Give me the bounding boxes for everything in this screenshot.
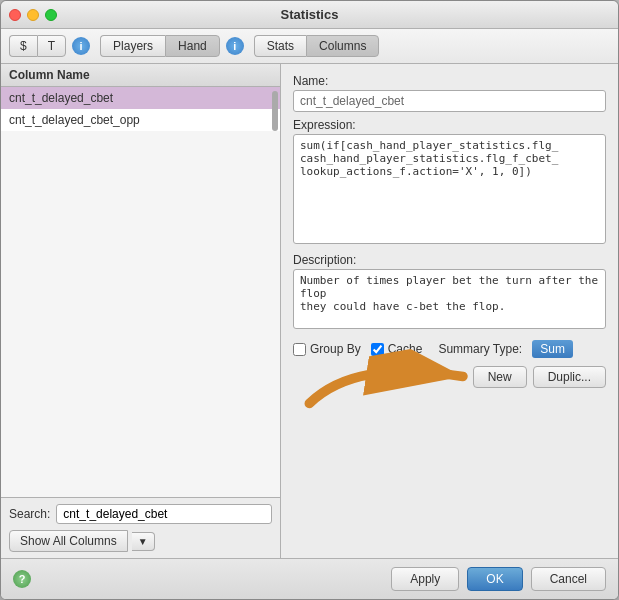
- name-input[interactable]: [293, 90, 606, 112]
- name-section: Name:: [293, 74, 606, 112]
- show-columns-row: Show All Columns ▼: [9, 530, 272, 552]
- apply-button[interactable]: Apply: [391, 567, 459, 591]
- ok-button[interactable]: OK: [467, 567, 522, 591]
- expression-textarea[interactable]: [293, 134, 606, 244]
- show-columns-dropdown[interactable]: ▼: [132, 532, 155, 551]
- bottom-bar: ? Apply OK Cancel: [1, 558, 618, 599]
- dollar-button[interactable]: $: [9, 35, 37, 57]
- tab-columns[interactable]: Columns: [306, 35, 379, 57]
- column-list-header: Column Name: [1, 64, 280, 87]
- tab-players[interactable]: Players: [100, 35, 165, 57]
- description-textarea[interactable]: [293, 269, 606, 329]
- action-buttons-row: New Duplic...: [293, 366, 606, 388]
- window-title: Statistics: [281, 7, 339, 22]
- statistics-window: Statistics $ T i Players Hand i Stats Co…: [0, 0, 619, 600]
- name-label: Name:: [293, 74, 606, 88]
- groupby-checkbox-label[interactable]: Group By: [293, 342, 361, 356]
- tab-stats[interactable]: Stats: [254, 35, 306, 57]
- new-button[interactable]: New: [473, 366, 527, 388]
- description-label: Description:: [293, 253, 606, 267]
- cache-checkbox-label[interactable]: Cache: [371, 342, 423, 356]
- main-content: Column Name cnt_t_delayed_cbet cnt_t_del…: [1, 64, 618, 558]
- maximize-button[interactable]: [45, 9, 57, 21]
- bottom-left: ?: [13, 570, 31, 588]
- info-icon[interactable]: i: [72, 37, 90, 55]
- tab-group: Players Hand: [100, 35, 220, 57]
- summary-type-value[interactable]: Sum: [532, 340, 573, 358]
- search-label: Search:: [9, 507, 50, 521]
- column-list: cnt_t_delayed_cbet cnt_t_delayed_cbet_op…: [1, 87, 280, 131]
- tab-group-2: Stats Columns: [254, 35, 380, 57]
- list-container: cnt_t_delayed_cbet cnt_t_delayed_cbet_op…: [1, 87, 280, 497]
- cache-checkbox[interactable]: [371, 343, 384, 356]
- show-columns-button[interactable]: Show All Columns: [9, 530, 128, 552]
- titlebar: Statistics: [1, 1, 618, 29]
- cache-label: Cache: [388, 342, 423, 356]
- groupby-label: Group By: [310, 342, 361, 356]
- t-button[interactable]: T: [37, 35, 66, 57]
- search-input[interactable]: [56, 504, 272, 524]
- toolbar: $ T i Players Hand i Stats Columns: [1, 29, 618, 64]
- left-panel: Column Name cnt_t_delayed_cbet cnt_t_del…: [1, 64, 281, 558]
- currency-toggle: $ T: [9, 35, 66, 57]
- close-button[interactable]: [9, 9, 21, 21]
- help-icon[interactable]: ?: [13, 570, 31, 588]
- scrollbar-thumb[interactable]: [272, 91, 278, 131]
- options-row: Group By Cache Summary Type: Sum: [293, 340, 606, 358]
- groupby-checkbox[interactable]: [293, 343, 306, 356]
- expression-section: Expression:: [293, 118, 606, 247]
- right-panel: Name: Expression: Description: Group By …: [281, 64, 618, 558]
- cancel-button[interactable]: Cancel: [531, 567, 606, 591]
- traffic-lights: [9, 9, 57, 21]
- minimize-button[interactable]: [27, 9, 39, 21]
- expression-label: Expression:: [293, 118, 606, 132]
- left-bottom: Search: Show All Columns ▼: [1, 497, 280, 558]
- info-icon-2[interactable]: i: [226, 37, 244, 55]
- duplicate-button[interactable]: Duplic...: [533, 366, 606, 388]
- list-item[interactable]: cnt_t_delayed_cbet_opp: [1, 109, 280, 131]
- tab-hand[interactable]: Hand: [165, 35, 220, 57]
- description-section: Description:: [293, 253, 606, 332]
- search-row: Search:: [9, 504, 272, 524]
- list-item[interactable]: cnt_t_delayed_cbet: [1, 87, 280, 109]
- summary-type-label: Summary Type:: [438, 342, 522, 356]
- bottom-right: Apply OK Cancel: [391, 567, 606, 591]
